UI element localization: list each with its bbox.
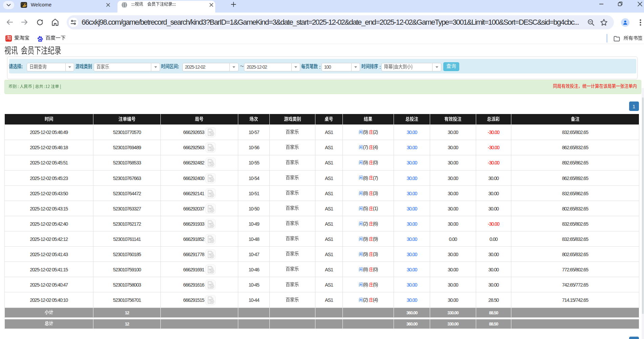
svg-text:du: du bbox=[39, 39, 41, 41]
